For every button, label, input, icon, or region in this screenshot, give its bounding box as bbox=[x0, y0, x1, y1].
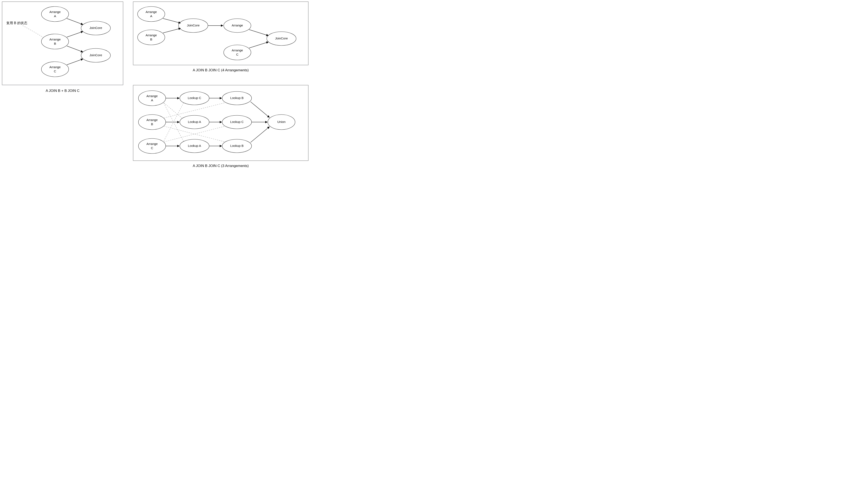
node-arrange-c-tr: Arrange C bbox=[224, 45, 251, 60]
svg-text:C: C bbox=[236, 53, 239, 56]
node-lookup-b-1: Lookup B bbox=[222, 92, 252, 105]
svg-text:Arrange: Arrange bbox=[146, 118, 157, 122]
edge-b-jc1 bbox=[67, 31, 83, 37]
svg-rect-14 bbox=[133, 2, 308, 65]
svg-text:B: B bbox=[54, 42, 56, 45]
node-arrange-b-tr: Arrange B bbox=[137, 30, 165, 45]
svg-text:Lookup A: Lookup A bbox=[188, 120, 201, 124]
node-arrange-b-br: Arrange B bbox=[138, 114, 166, 130]
edge-tr-arr-jc2 bbox=[249, 30, 269, 36]
svg-text:Arrange: Arrange bbox=[49, 10, 61, 14]
node-lookup-c-1: Lookup C bbox=[180, 92, 209, 105]
dash-a-la2 bbox=[164, 103, 184, 142]
panel-left: 复用 B 的状态 Arrange A Arrange B Arrange C J… bbox=[2, 2, 123, 93]
node-lookup-a-1: Lookup A bbox=[180, 115, 209, 129]
dash-c-lc1 bbox=[164, 102, 184, 141]
svg-text:JoinCore: JoinCore bbox=[187, 24, 199, 27]
svg-text:A: A bbox=[151, 98, 153, 102]
node-union: Union bbox=[268, 114, 295, 130]
svg-text:JoinCore: JoinCore bbox=[90, 53, 102, 57]
edge-tr-a-jc1 bbox=[163, 19, 181, 23]
svg-text:Arrange: Arrange bbox=[231, 24, 243, 27]
svg-text:JoinCore: JoinCore bbox=[275, 36, 288, 40]
svg-text:A: A bbox=[150, 14, 152, 18]
edge-b-jc2 bbox=[67, 46, 83, 52]
node-joincore-bottom: JoinCore bbox=[81, 48, 111, 62]
svg-text:Lookup A: Lookup A bbox=[188, 144, 201, 147]
svg-text:Arrange: Arrange bbox=[231, 48, 243, 52]
dash-a-la1 bbox=[164, 103, 183, 119]
node-joincore-1-tr: JoinCore bbox=[179, 19, 208, 33]
caption-bottom-right: A JOIN B JOIN C (3 Arrangements) bbox=[193, 164, 249, 168]
edge-br-row1-union bbox=[251, 102, 270, 117]
node-arrange-a-br: Arrange A bbox=[138, 91, 166, 106]
svg-text:Arrange: Arrange bbox=[146, 94, 157, 98]
panel-bottom-right: Arrange A Lookup C Lookup B Arrange B Lo… bbox=[133, 85, 308, 168]
edge-br-row3-union bbox=[251, 127, 270, 142]
node-lookup-c-2: Lookup C bbox=[222, 115, 252, 129]
node-arrange-a-tr: Arrange A bbox=[137, 6, 165, 22]
svg-text:Lookup C: Lookup C bbox=[188, 96, 201, 100]
svg-text:Lookup B: Lookup B bbox=[230, 144, 243, 147]
node-joincore-top: JoinCore bbox=[81, 21, 111, 35]
svg-text:Arrange: Arrange bbox=[49, 65, 61, 69]
svg-text:Arrange: Arrange bbox=[146, 33, 157, 37]
svg-text:A: A bbox=[54, 14, 56, 18]
node-arrange-b: Arrange B bbox=[41, 34, 69, 49]
annotation-reuse-b: 复用 B 的状态 bbox=[6, 21, 27, 25]
svg-text:Arrange: Arrange bbox=[49, 38, 61, 41]
svg-text:B: B bbox=[151, 122, 153, 126]
node-lookup-a-2: Lookup A bbox=[180, 139, 209, 153]
edge-tr-c-jc2 bbox=[249, 42, 269, 48]
diagram-canvas: 复用 B 的状态 Arrange A Arrange B Arrange C J… bbox=[0, 0, 310, 173]
node-arrange-c: Arrange C bbox=[41, 62, 69, 77]
edge-tr-b-jc1 bbox=[163, 28, 181, 33]
node-arrange-c-br: Arrange C bbox=[138, 138, 166, 154]
dash-b-lb1 bbox=[164, 103, 225, 118]
svg-text:Lookup C: Lookup C bbox=[230, 120, 244, 124]
edge-c-jc2 bbox=[67, 59, 83, 65]
svg-rect-0 bbox=[2, 2, 123, 85]
svg-text:Arrange: Arrange bbox=[146, 142, 157, 145]
dashed-pointer-annotation bbox=[23, 26, 43, 37]
caption-top-right: A JOIN B JOIN C (4 Arrangements) bbox=[193, 68, 249, 72]
svg-text:Union: Union bbox=[277, 120, 285, 124]
svg-text:Lookup B: Lookup B bbox=[230, 96, 243, 100]
panel-top-right: Arrange A Arrange B JoinCore Arrange Arr… bbox=[133, 2, 308, 72]
node-arrange-tr: Arrange bbox=[224, 19, 251, 33]
edge-a-jc1 bbox=[67, 19, 83, 25]
svg-text:C: C bbox=[151, 146, 153, 150]
svg-text:Arrange: Arrange bbox=[146, 10, 157, 14]
svg-text:B: B bbox=[150, 38, 152, 41]
node-joincore-2-tr: JoinCore bbox=[267, 32, 296, 45]
caption-left: A JOIN B + B JOIN C bbox=[45, 89, 80, 93]
svg-text:JoinCore: JoinCore bbox=[90, 26, 102, 30]
svg-text:C: C bbox=[54, 69, 56, 73]
node-arrange-a: Arrange A bbox=[41, 6, 69, 22]
node-lookup-b-2: Lookup B bbox=[222, 139, 252, 153]
